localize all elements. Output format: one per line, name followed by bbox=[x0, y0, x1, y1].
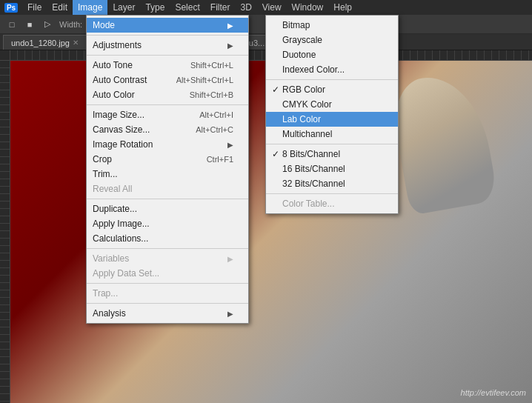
mode-indexed-color[interactable]: Indexed Color... bbox=[266, 62, 398, 77]
sep2 bbox=[87, 55, 248, 56]
menu-adjustments[interactable]: Adjustments ▶ bbox=[87, 38, 248, 53]
mode-submenu: Bitmap Grayscale Duotone Indexed Color..… bbox=[265, 15, 399, 214]
menu-crop[interactable]: Crop Ctrl+F1 bbox=[87, 152, 248, 167]
menu-duplicate[interactable]: Duplicate... bbox=[87, 202, 248, 216]
mode-multichannel[interactable]: Multichannel bbox=[266, 127, 398, 141]
menu-trim[interactable]: Trim... bbox=[87, 167, 248, 181]
menu-filter[interactable]: Filter bbox=[205, 0, 236, 15]
menu-image[interactable]: Image bbox=[73, 0, 107, 15]
menu-reveal-all: Reveal All bbox=[87, 181, 248, 196]
watermark: http://evtifeev.com bbox=[461, 388, 526, 397]
menu-calculations[interactable]: Calculations... bbox=[87, 231, 248, 246]
mode-16bits[interactable]: 16 Bits/Channel bbox=[266, 161, 398, 176]
tab-1[interactable]: undo1_1280.jpg ✕ bbox=[3, 35, 87, 50]
bg-cat bbox=[388, 69, 498, 216]
menu-analysis[interactable]: Analysis ▶ bbox=[87, 306, 248, 321]
menu-auto-tone[interactable]: Auto Tone Shift+Ctrl+L bbox=[87, 58, 248, 73]
width-label: Width: bbox=[59, 20, 82, 29]
menu-bar: Ps File Edit Image Layer Type Select Fil… bbox=[0, 0, 532, 15]
mode-cmyk-color[interactable]: CMYK Color bbox=[266, 97, 398, 112]
mode-lab-color[interactable]: Lab Color bbox=[266, 112, 398, 127]
mode-bitmap[interactable]: Bitmap bbox=[266, 18, 398, 33]
app-logo: Ps bbox=[3, 0, 19, 15]
mode-32bits[interactable]: 32 Bits/Channel bbox=[266, 176, 398, 191]
mode-8bits[interactable]: ✓8 Bits/Channel bbox=[266, 147, 398, 161]
toolbar-btn-2[interactable]: ■ bbox=[21, 16, 38, 33]
rotation-arrow: ▶ bbox=[227, 141, 233, 149]
menu-image-size[interactable]: Image Size... Alt+Ctrl+I bbox=[87, 107, 248, 122]
ruler-corner bbox=[0, 50, 10, 61]
menu-help[interactable]: Help bbox=[328, 0, 357, 15]
menu-mode[interactable]: Mode ▶ bbox=[87, 18, 248, 33]
menu-select[interactable]: Select bbox=[170, 0, 205, 15]
sep3 bbox=[87, 104, 248, 105]
menu-canvas-size[interactable]: Canvas Size... Alt+Ctrl+C bbox=[87, 122, 248, 137]
variables-arrow: ▶ bbox=[227, 255, 233, 263]
menu-apply-image[interactable]: Apply Image... bbox=[87, 216, 248, 231]
menu-layer[interactable]: Layer bbox=[107, 0, 140, 15]
mode-sep1 bbox=[266, 79, 398, 80]
sep4 bbox=[87, 199, 248, 199]
sep1 bbox=[87, 35, 248, 36]
menu-auto-color[interactable]: Auto Color Shift+Ctrl+B bbox=[87, 87, 248, 102]
image-menu-dropdown: Mode ▶ Adjustments ▶ Auto Tone Shift+Ctr… bbox=[86, 15, 249, 324]
menu-apply-data-set: Apply Data Set... bbox=[87, 266, 248, 281]
menu-variables: Variables ▶ bbox=[87, 251, 248, 266]
toolbar-btn-3[interactable]: ▷ bbox=[39, 16, 56, 33]
mode-grayscale[interactable]: Grayscale bbox=[266, 33, 398, 47]
menu-view[interactable]: View bbox=[257, 0, 287, 15]
mode-duotone[interactable]: Duotone bbox=[266, 47, 398, 62]
menu-edit[interactable]: Edit bbox=[47, 0, 73, 15]
menu-3d[interactable]: 3D bbox=[235, 0, 256, 15]
menu-file[interactable]: File bbox=[22, 0, 47, 15]
mode-rgb-color[interactable]: ✓RGB Color bbox=[266, 82, 398, 97]
adjustments-arrow: ▶ bbox=[227, 41, 233, 50]
ruler-vertical bbox=[0, 61, 10, 403]
menu-window[interactable]: Window bbox=[287, 0, 329, 15]
menu-image-rotation[interactable]: Image Rotation ▶ bbox=[87, 137, 248, 152]
mode-sep2 bbox=[266, 144, 398, 144]
sep6 bbox=[87, 283, 248, 284]
toolbar-btn-1[interactable]: □ bbox=[4, 16, 20, 33]
sep5 bbox=[87, 248, 248, 249]
tab-1-label: undo1_1280.jpg bbox=[11, 39, 70, 47]
mode-sep3 bbox=[266, 193, 398, 194]
menu-trap: Trap... bbox=[87, 286, 248, 301]
tab-1-close[interactable]: ✕ bbox=[73, 39, 79, 47]
menu-auto-contrast[interactable]: Auto Contrast Alt+Shift+Ctrl+L bbox=[87, 73, 248, 87]
menu-type[interactable]: Type bbox=[140, 0, 170, 15]
mode-color-table: Color Table... bbox=[266, 196, 398, 211]
sep7 bbox=[87, 303, 248, 304]
mode-arrow: ▶ bbox=[227, 21, 233, 30]
tab-4-label: u3... bbox=[249, 39, 265, 47]
analysis-arrow: ▶ bbox=[227, 310, 233, 318]
